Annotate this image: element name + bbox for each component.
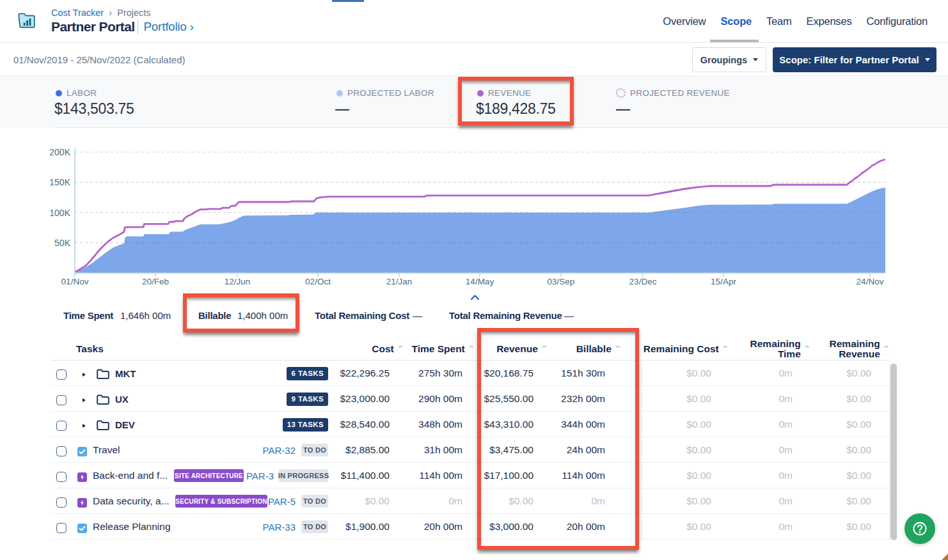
svg-text:100K: 100K [49, 208, 70, 218]
svg-text:21/Jan: 21/Jan [386, 277, 413, 286]
svg-text:50K: 50K [54, 238, 71, 248]
svg-text:200K: 200K [49, 147, 70, 157]
svg-text:03/Sep: 03/Sep [548, 277, 575, 286]
svg-text:20/Feb: 20/Feb [142, 277, 169, 286]
svg-text:150K: 150K [49, 177, 70, 187]
svg-text:01/Nov: 01/Nov [61, 277, 89, 286]
svg-text:14/May: 14/May [466, 277, 494, 286]
svg-text:15/Apr: 15/Apr [711, 277, 736, 286]
svg-text:23/Dec: 23/Dec [629, 277, 657, 286]
svg-text:02/Oct: 02/Oct [305, 277, 331, 286]
svg-text:12/Jun: 12/Jun [225, 277, 251, 286]
svg-text:24/Nov: 24/Nov [857, 277, 884, 286]
